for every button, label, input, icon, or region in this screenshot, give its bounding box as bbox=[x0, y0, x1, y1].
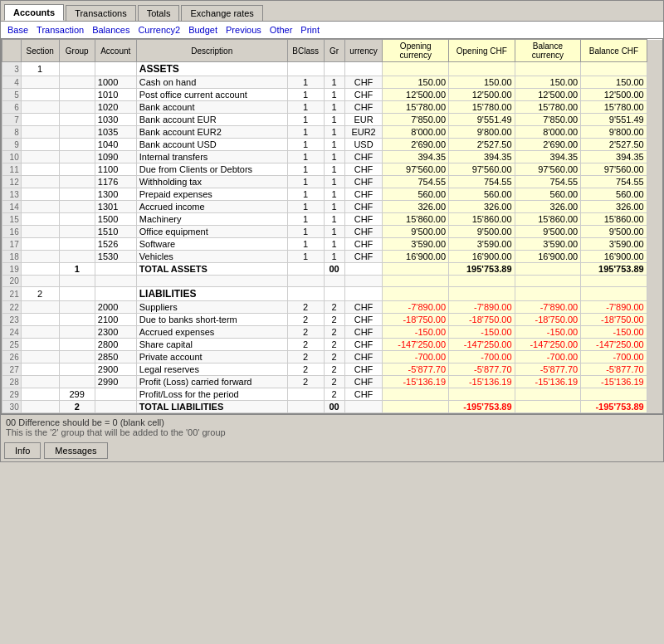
row-number: 22 bbox=[2, 301, 22, 314]
table-row[interactable]: 101090Internal transfers11CHF394.35394.3… bbox=[2, 151, 662, 163]
row-number: 21 bbox=[2, 287, 22, 301]
tab-totals[interactable]: Totals bbox=[138, 5, 180, 21]
row-number: 14 bbox=[2, 201, 22, 213]
menu-transaction[interactable]: Transaction bbox=[33, 23, 87, 37]
row-number: 24 bbox=[2, 326, 22, 339]
row-number: 13 bbox=[2, 188, 22, 201]
table-row[interactable]: 262850Private account22CHF-700.00-700.00… bbox=[2, 351, 662, 363]
table-row[interactable]: 212LIABILITIES bbox=[2, 287, 662, 301]
row-number: 9 bbox=[2, 139, 22, 151]
table-row[interactable]: 282990Profit (Loss) carried forward22CHF… bbox=[2, 376, 662, 388]
table-row[interactable]: 31ASSETS bbox=[2, 62, 662, 76]
table-row[interactable]: 151500Machinery11CHF15'860.0015'860.0015… bbox=[2, 213, 662, 226]
table-row[interactable]: 141301Accrued income11CHF326.00326.00326… bbox=[2, 201, 662, 213]
row-number: 16 bbox=[2, 226, 22, 238]
row-number: 11 bbox=[2, 163, 22, 176]
table-row[interactable]: 61020Bank account11CHF15'780.0015'780.00… bbox=[2, 101, 662, 114]
table-row[interactable]: 191TOTAL ASSETS00195'753.89195'753.89 bbox=[2, 263, 662, 276]
table-row[interactable]: 71030Bank account EUR11EUR7'850.009'551.… bbox=[2, 114, 662, 126]
table-row[interactable]: 29299Profit/Loss for the period2CHF bbox=[2, 388, 662, 401]
table-row[interactable]: 222000Suppliers22CHF-7'890.00-7'890.00-7… bbox=[2, 301, 662, 314]
menu-row: Base Transaction Balances Currency2 Budg… bbox=[1, 21, 663, 38]
table-row[interactable]: 20 bbox=[2, 276, 662, 287]
table-container: Section Group Account Description BClass… bbox=[2, 39, 662, 413]
table-row[interactable]: 242300Accrued expenses22CHF-150.00-150.0… bbox=[2, 326, 662, 339]
col-header-account: Account bbox=[95, 40, 136, 62]
main-content: Section Group Account Description BClass… bbox=[1, 38, 663, 414]
row-number: 30 bbox=[2, 401, 22, 413]
table-row[interactable]: 121176Withholding tax11CHF754.55754.5575… bbox=[2, 176, 662, 188]
col-header-currency: urrency bbox=[344, 40, 383, 62]
menu-previous[interactable]: Previous bbox=[222, 23, 265, 37]
table-header-row: Section Group Account Description BClass… bbox=[2, 40, 662, 62]
menu-base[interactable]: Base bbox=[4, 23, 32, 37]
row-number: 10 bbox=[2, 151, 22, 163]
col-header-gr: Gr bbox=[324, 40, 344, 62]
row-number: 18 bbox=[2, 251, 22, 263]
row-number: 8 bbox=[2, 126, 22, 139]
col-header-balance-chf: Balance CHF bbox=[581, 40, 647, 62]
bottom-tab-messages[interactable]: Messages bbox=[44, 442, 107, 459]
table-row[interactable]: 302TOTAL LIABILITIES00-195'753.89-195'75… bbox=[2, 401, 662, 413]
bottom-tab-info[interactable]: Info bbox=[4, 442, 41, 459]
table-row[interactable]: 131300Prepaid expenses11CHF560.00560.005… bbox=[2, 188, 662, 201]
col-header-balance-currency: Balance currency bbox=[515, 40, 581, 62]
table-row[interactable]: 91040Bank account USD11USD2'690.002'527.… bbox=[2, 139, 662, 151]
table-row[interactable]: 81035Bank account EUR211EUR28'000.009'80… bbox=[2, 126, 662, 139]
table-row[interactable]: 161510Office equipment11CHF9'500.009'500… bbox=[2, 226, 662, 238]
row-number: 25 bbox=[2, 339, 22, 351]
table-row[interactable]: 252800Share capital22CHF-147'250.00-147'… bbox=[2, 339, 662, 351]
row-number: 7 bbox=[2, 114, 22, 126]
menu-print[interactable]: Print bbox=[297, 23, 323, 37]
col-header-opening-chf: Opening CHF bbox=[449, 40, 515, 62]
row-number: 20 bbox=[2, 276, 22, 287]
table-row[interactable]: 111100Due from Clients or Debtors11CHF97… bbox=[2, 163, 662, 176]
table-row[interactable]: 181530Vehicles11CHF16'900.0016'900.0016'… bbox=[2, 251, 662, 263]
table-row[interactable]: 232100Due to banks short-term22CHF-18'75… bbox=[2, 314, 662, 326]
row-number: 29 bbox=[2, 388, 22, 401]
row-number: 3 bbox=[2, 62, 22, 76]
table-row[interactable]: 41000Cash on hand11CHF150.00150.00150.00… bbox=[2, 76, 662, 89]
scrollbar-placeholder bbox=[647, 40, 662, 62]
row-number: 15 bbox=[2, 213, 22, 226]
menu-budget[interactable]: Budget bbox=[185, 23, 221, 37]
row-number: 4 bbox=[2, 76, 22, 89]
col-header-opening-currency: Opening currency bbox=[383, 40, 449, 62]
table-row[interactable]: 272900Legal reserves22CHF-5'877.70-5'877… bbox=[2, 363, 662, 376]
menu-currency2[interactable]: Currency2 bbox=[134, 23, 183, 37]
status-line1: 00 Difference should be = 0 (blank cell) bbox=[6, 417, 658, 427]
row-number: 19 bbox=[2, 263, 22, 276]
tab-accounts[interactable]: Accounts bbox=[4, 4, 64, 21]
status-line2: This is the '2' group that will be added… bbox=[6, 427, 658, 437]
row-number: 26 bbox=[2, 351, 22, 363]
col-header-group: Group bbox=[59, 40, 95, 62]
table-row[interactable]: 51010Post office current account11CHF12'… bbox=[2, 89, 662, 101]
bottom-tabs: Info Messages bbox=[1, 440, 663, 461]
row-number: 5 bbox=[2, 89, 22, 101]
row-number: 6 bbox=[2, 101, 22, 114]
tab-exchange-rates[interactable]: Exchange rates bbox=[181, 5, 262, 21]
row-number: 17 bbox=[2, 238, 22, 251]
col-header-bclass: BClass bbox=[287, 40, 324, 62]
col-header-section: Section bbox=[21, 40, 59, 62]
menu-other[interactable]: Other bbox=[266, 23, 296, 37]
tab-transactions[interactable]: Transactions bbox=[66, 5, 136, 21]
col-header-rownum bbox=[2, 40, 22, 62]
status-bar: 00 Difference should be = 0 (blank cell)… bbox=[1, 414, 663, 440]
tabs-row: Accounts Transactions Totals Exchange ra… bbox=[1, 1, 663, 21]
table-body: 31ASSETS41000Cash on hand11CHF150.00150.… bbox=[2, 62, 662, 413]
row-number: 12 bbox=[2, 176, 22, 188]
row-number: 23 bbox=[2, 314, 22, 326]
row-number: 27 bbox=[2, 363, 22, 376]
row-number: 28 bbox=[2, 376, 22, 388]
menu-balances[interactable]: Balances bbox=[89, 23, 133, 37]
col-header-description: Description bbox=[136, 40, 287, 62]
main-window: Accounts Transactions Totals Exchange ra… bbox=[0, 0, 664, 462]
accounts-table: Section Group Account Description BClass… bbox=[2, 39, 662, 413]
table-row[interactable]: 171526Software11CHF3'590.003'590.003'590… bbox=[2, 238, 662, 251]
